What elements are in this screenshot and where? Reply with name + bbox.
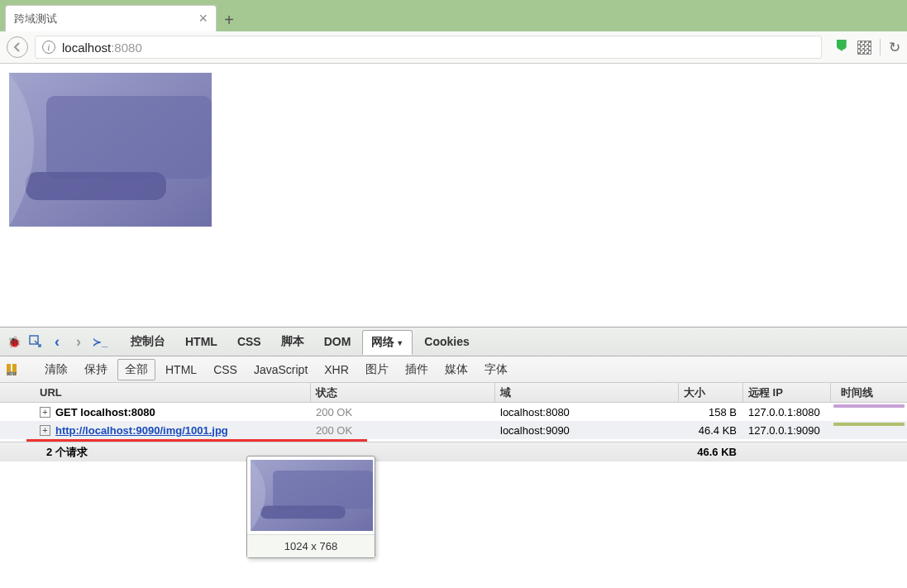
- nav-back-icon[interactable]: ‹: [48, 332, 66, 351]
- address-bar: i localhost:8080 ⛊ ↻: [0, 31, 907, 64]
- tab-network[interactable]: 网络▼: [362, 330, 413, 355]
- request-status: 200 OK: [311, 421, 495, 439]
- page-image: [9, 73, 212, 227]
- reload-icon[interactable]: ↻: [889, 39, 900, 56]
- tab-title: 跨域测试: [14, 12, 57, 26]
- filter-fonts[interactable]: 字体: [478, 360, 514, 380]
- filter-css[interactable]: CSS: [207, 361, 244, 379]
- back-button[interactable]: [7, 36, 28, 58]
- request-remote: 127.0.0.1:8080: [743, 403, 831, 421]
- request-status: 200 OK: [311, 403, 495, 421]
- preview-dimensions: 1024 x 768: [247, 534, 375, 557]
- image-preview-tooltip: 1024 x 768: [246, 456, 375, 558]
- site-info-icon[interactable]: i: [42, 41, 55, 54]
- col-url[interactable]: URL: [0, 383, 311, 402]
- expand-icon[interactable]: +: [40, 407, 50, 418]
- filter-persist[interactable]: 保持: [78, 360, 114, 380]
- new-tab-button[interactable]: +: [217, 8, 241, 31]
- filter-media[interactable]: 媒体: [438, 360, 475, 380]
- network-row[interactable]: +http://localhost:9090/img/1001.jpg 200 …: [0, 421, 907, 439]
- url-field[interactable]: i localhost:8080: [35, 36, 822, 59]
- col-domain[interactable]: 域: [495, 383, 679, 402]
- request-size: 46.4 KB: [679, 421, 743, 439]
- filter-clear[interactable]: 清除: [38, 360, 74, 380]
- col-timeline[interactable]: 时间线: [831, 383, 907, 402]
- tab-dom[interactable]: DOM: [316, 331, 360, 352]
- shield-icon[interactable]: ⛊: [835, 39, 849, 55]
- tab-console[interactable]: 控制台: [122, 330, 174, 353]
- console-toggle-icon[interactable]: ≻_: [91, 332, 109, 351]
- browser-tab-active[interactable]: 跨域测试 ×: [5, 5, 217, 31]
- request-remote: 127.0.0.1:9090: [743, 421, 831, 439]
- devtools-panel: 🐞 ‹ › ≻_ 控制台 HTML CSS 脚本 DOM 网络▼ Cookies…: [0, 327, 907, 588]
- request-url: GET localhost:8080: [55, 406, 155, 418]
- col-status[interactable]: 状态: [311, 383, 495, 402]
- svg-rect-5: [273, 471, 373, 509]
- request-url[interactable]: http://localhost:9090/img/1001.jpg: [55, 424, 228, 437]
- svg-rect-2: [26, 172, 166, 200]
- request-domain: localhost:9090: [495, 421, 679, 439]
- firebug-icon[interactable]: 🐞: [5, 332, 23, 351]
- filter-plugins[interactable]: 插件: [399, 360, 435, 380]
- request-timeline: [831, 421, 907, 439]
- request-domain: localhost:8080: [495, 403, 679, 421]
- page-content: [0, 64, 907, 327]
- svg-rect-1: [46, 96, 212, 179]
- url-port: :8080: [111, 41, 142, 55]
- expand-icon[interactable]: +: [40, 425, 50, 436]
- svg-rect-6: [260, 505, 346, 519]
- pause-icon[interactable]: xhr: [7, 364, 21, 375]
- network-row[interactable]: +GET localhost:8080 200 OK localhost:808…: [0, 403, 907, 421]
- nav-forward-icon[interactable]: ›: [69, 332, 88, 351]
- tab-cookies[interactable]: Cookies: [416, 331, 477, 352]
- inspector-icon[interactable]: [26, 332, 45, 351]
- filter-js[interactable]: JavaScript: [247, 361, 314, 379]
- request-timeline: [831, 403, 907, 421]
- url-host: localhost: [62, 41, 111, 55]
- network-filter-bar: xhr 清除 保持 全部 HTML CSS JavaScript XHR 图片 …: [0, 356, 907, 383]
- col-remote[interactable]: 远程 IP: [743, 383, 831, 402]
- network-summary: 2 个请求 46.6 KB: [0, 442, 907, 461]
- summary-total: 46.6 KB: [679, 442, 743, 461]
- filter-all[interactable]: 全部: [117, 359, 155, 380]
- tab-html[interactable]: HTML: [177, 331, 226, 352]
- filter-html[interactable]: HTML: [159, 361, 203, 379]
- browser-tab-strip: 跨域测试 × +: [0, 0, 907, 31]
- qr-icon[interactable]: [857, 41, 871, 55]
- filter-xhr[interactable]: XHR: [317, 361, 356, 379]
- network-table-header: URL 状态 域 大小 远程 IP 时间线: [0, 383, 907, 403]
- filter-images[interactable]: 图片: [359, 360, 395, 380]
- close-tab-icon[interactable]: ×: [198, 10, 208, 27]
- tab-script[interactable]: 脚本: [273, 330, 313, 353]
- col-size[interactable]: 大小: [679, 383, 743, 402]
- divider: [880, 39, 881, 55]
- devtools-tab-bar: 🐞 ‹ › ≻_ 控制台 HTML CSS 脚本 DOM 网络▼ Cookies: [0, 327, 907, 356]
- preview-thumbnail: [251, 460, 373, 531]
- tab-css[interactable]: CSS: [229, 331, 270, 352]
- request-size: 158 B: [679, 403, 743, 421]
- chevron-down-icon: ▼: [396, 339, 403, 347]
